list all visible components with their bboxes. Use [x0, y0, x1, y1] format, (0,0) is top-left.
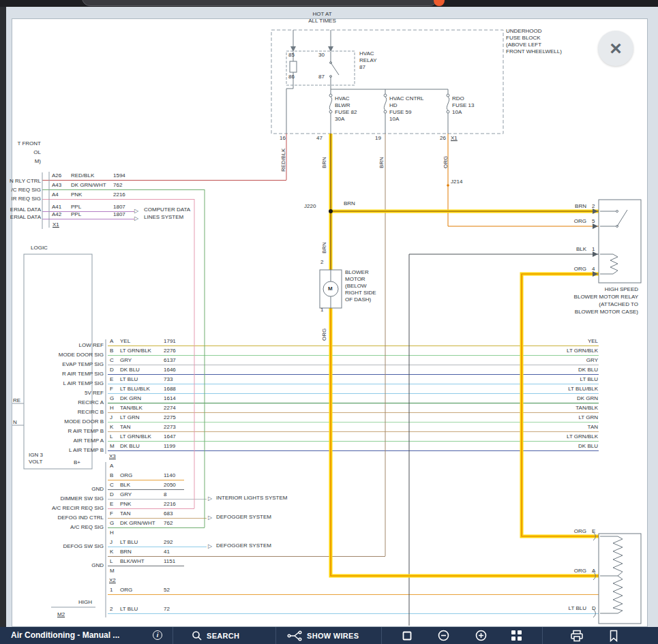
fit-screen-button[interactable] — [402, 630, 412, 641]
connector-m2-label: M2 — [57, 611, 65, 618]
wire-color-right: LT GRN/BLK — [477, 348, 598, 354]
pin-id: C — [110, 482, 114, 489]
circuit-number: 762 — [164, 520, 173, 527]
wire-line[interactable] — [108, 355, 599, 356]
wire-color: LT GRN/BLK — [120, 433, 151, 440]
wire-color: ORG — [120, 587, 132, 594]
wire-color: BRN — [539, 203, 586, 210]
system-arrow-icon: ▷ — [208, 543, 212, 550]
wire-line[interactable] — [42, 180, 286, 181]
wire-line[interactable] — [108, 594, 599, 595]
notification-badge[interactable] — [434, 0, 445, 6]
wire-line[interactable] — [108, 566, 184, 566]
pin-id: 2 — [592, 203, 595, 210]
wire-line[interactable] — [108, 346, 599, 346]
wire-line[interactable] — [108, 374, 599, 375]
zoom-out-button[interactable] — [438, 630, 449, 641]
show-wires-button[interactable]: SHOW WIRES — [287, 627, 359, 644]
zoom-grid-button[interactable] — [511, 630, 522, 641]
wire-color: ORG — [120, 472, 132, 479]
wire-color: ORG — [539, 266, 586, 273]
fit-screen-icon — [402, 631, 412, 641]
circuit-number: 2276 — [164, 348, 176, 354]
wire-line[interactable] — [108, 403, 599, 403]
close-button[interactable]: × — [598, 31, 633, 66]
wire-line[interactable] — [108, 412, 599, 413]
circuit-number: 1594 — [113, 172, 125, 179]
relay-pin-85: 85 — [288, 52, 295, 59]
circuit-number: 8 — [164, 491, 166, 498]
wire-line[interactable] — [108, 431, 599, 432]
pin-id: A42 — [52, 211, 61, 218]
wire-color: DK GRN — [120, 395, 141, 402]
wire-line[interactable] — [42, 199, 194, 200]
wire-line[interactable] — [108, 499, 207, 500]
wire-label-org-below: ORG — [321, 328, 328, 341]
pin-id: A — [592, 568, 595, 574]
wire-line[interactable] — [108, 518, 207, 519]
wire-line[interactable] — [108, 527, 205, 528]
zoom-in-button[interactable] — [475, 630, 487, 641]
circuit-number: 52 — [164, 587, 170, 594]
wire-line[interactable] — [108, 441, 599, 442]
wire-line[interactable] — [108, 393, 599, 394]
wire-line[interactable] — [42, 219, 134, 219]
x2-pin-a: A — [110, 463, 113, 470]
bookmark-icon — [609, 630, 618, 642]
circuit-number: 2274 — [164, 405, 176, 412]
toolbar-divider — [542, 627, 543, 644]
show-wires-icon — [287, 630, 302, 641]
wiring-diagram-sheet[interactable] — [12, 18, 648, 627]
wire-color: PNK — [71, 191, 82, 198]
system-arrow-icon: ▷ — [134, 215, 138, 222]
ign3-volt-label: IGN 3 VOLT — [29, 452, 43, 465]
wire-line[interactable] — [42, 189, 205, 190]
block-pin-47: 47 — [316, 135, 323, 142]
wire-line[interactable] — [108, 556, 385, 557]
pin-function: DIMMER SW SIG — [19, 495, 104, 502]
wire-line[interactable] — [108, 365, 599, 365]
pin-id: H — [110, 530, 114, 536]
circuit-number: 2273 — [164, 424, 176, 431]
circuit-number: 1646 — [164, 367, 176, 373]
toolbar-divider — [275, 627, 276, 644]
pin-id: D — [110, 367, 114, 373]
wire-color: TAN — [120, 510, 130, 517]
pin-id: A43 — [52, 182, 61, 189]
info-icon[interactable]: i — [153, 630, 162, 640]
pin-function: R AIR TEMP B — [19, 428, 104, 435]
wire-line[interactable] — [108, 480, 184, 480]
bookmark-button[interactable] — [609, 630, 618, 641]
wire-line[interactable] — [108, 384, 599, 384]
print-button[interactable] — [570, 630, 584, 641]
wire-color: DK GRN/WHT — [120, 520, 155, 527]
hot-at-all-times-label: HOT AT ALL TIMES — [290, 11, 355, 25]
hvac-relay-label: HVAC RELAY 87 — [359, 50, 377, 71]
pin-function: L AIR TEMP B — [19, 447, 104, 454]
system-arrow-icon: ▷ — [134, 208, 138, 215]
wire-line[interactable] — [108, 489, 184, 490]
computer-data-ref-label: COMPUTER DATA LINES SYSTEM — [144, 206, 190, 221]
cut-module-pin-functions-a: N RLY CTRL /C REQ SIG IR REQ SIG — [0, 177, 41, 203]
wire-label-brn-below: BRN — [321, 242, 328, 254]
wire-line[interactable] — [108, 450, 599, 451]
wire-line[interactable] — [108, 547, 207, 547]
fuse-13-label: RDO FUSE 13 10A — [452, 95, 474, 116]
search-label: SEARCH — [207, 632, 239, 640]
circuit-number: 72 — [164, 606, 170, 613]
system-ref: DEFOGGER SYSTEM — [216, 542, 271, 549]
wire-line[interactable] — [108, 508, 194, 509]
connector-x2-label: X2 — [109, 577, 116, 584]
wire-line[interactable] — [108, 613, 599, 614]
bplus-label: B+ — [74, 459, 80, 466]
pin-id: D — [592, 605, 596, 612]
zoom-in-icon — [475, 630, 487, 641]
search-button[interactable]: SEARCH — [192, 627, 239, 644]
wire-color: LT GRN/BLK — [120, 348, 151, 354]
pin-id: A26 — [52, 172, 61, 179]
blower-motor-label: BLOWER MOTOR (BELOW RIGHT SIDE OF DASH) — [345, 269, 376, 303]
wire-line[interactable] — [108, 422, 599, 423]
browser-address-bar[interactable] — [82, 0, 438, 6]
wire-label-brn-branch: BRN — [344, 200, 355, 207]
pin-id: G — [110, 520, 114, 527]
